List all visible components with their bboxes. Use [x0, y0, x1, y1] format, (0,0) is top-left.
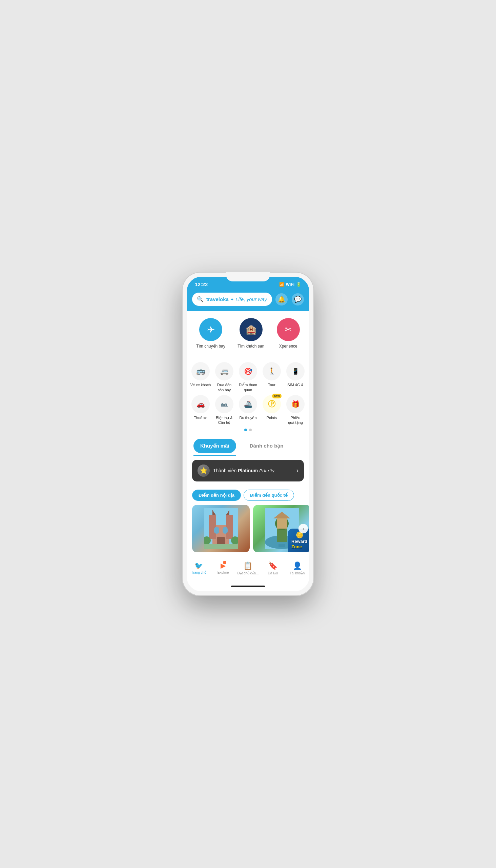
- category-hotel[interactable]: 🏨 Tìm khách sạn: [237, 318, 264, 348]
- car-icon: 🚗: [197, 400, 205, 408]
- bookings-label: Đặt chỗ của...: [237, 571, 259, 575]
- brand-name: traveloka: [206, 296, 229, 302]
- phone-screen: 12:22 📶 WiFi 🔋 🔍 traveloka ✦ Life, your …: [187, 277, 309, 591]
- svg-rect-18: [279, 544, 285, 547]
- notification-button[interactable]: 🔔: [276, 293, 288, 305]
- svg-rect-3: [226, 515, 233, 539]
- nav-bookings[interactable]: 📋 Đặt chỗ của...: [237, 562, 259, 575]
- status-time: 12:22: [195, 281, 208, 287]
- for-you-tab-button[interactable]: Dành cho bạn: [243, 439, 290, 453]
- category-sim[interactable]: 📱 SIM 4G &: [284, 362, 307, 392]
- bus-label: Vé xe khách: [190, 383, 211, 387]
- nav-account[interactable]: 👤 Tài khoản: [287, 562, 307, 575]
- gift-label: Phiếuquà tặng: [288, 415, 303, 425]
- svg-rect-7: [222, 527, 228, 534]
- header-icons: 🔔 💬: [276, 293, 304, 305]
- villa-icon: 🏘: [221, 401, 228, 408]
- battery-icon: 🔋: [296, 282, 301, 287]
- reward-zone-overlay[interactable]: 🪙 Reward Zone: [288, 528, 309, 552]
- category-attraction[interactable]: 🎯 Điểm thamquan: [237, 362, 259, 392]
- bottom-navigation: 🐦 Trang chủ ▶ Explore 📋 Đặt chỗ của... 🔖…: [187, 558, 309, 582]
- gift-icon-circle: 🎁: [286, 395, 305, 413]
- member-left: ⭐ Thành viên Platinum Priority: [198, 465, 275, 477]
- tab-for-you[interactable]: Dành cho bạn: [239, 439, 294, 456]
- category-airport-transfer[interactable]: 🚐 Đưa đónsân bay: [213, 362, 235, 392]
- category-xperience[interactable]: ✂ Xperience: [277, 318, 300, 348]
- promotions-tab-button[interactable]: Khuyến mãi: [193, 439, 236, 453]
- saigon-image: [192, 505, 250, 552]
- category-villa[interactable]: 🏘 Biệt thự &Căn hộ: [213, 395, 235, 425]
- category-gift[interactable]: 🎁 Phiếuquà tặng: [284, 395, 307, 425]
- hotel-icon: 🏨: [246, 325, 257, 335]
- category-tour[interactable]: 🚶 Tour: [261, 362, 283, 392]
- attraction-icon-circle: 🎯: [239, 362, 257, 380]
- dot-2: [249, 429, 252, 431]
- tab-promotions[interactable]: Khuyến mãi: [190, 439, 239, 456]
- destination-saigon[interactable]: [192, 505, 250, 552]
- category-flight[interactable]: ✈ Tìm chuyến bay: [196, 318, 225, 348]
- brand-tagline: Life, your way: [235, 296, 267, 302]
- membership-card[interactable]: ⭐ Thành viên Platinum Priority ›: [192, 460, 304, 481]
- member-text: Thành viên Platinum Priority: [213, 468, 275, 473]
- member-tier-icon: ⭐: [198, 465, 210, 477]
- villa-label: Biệt thự &Căn hộ: [216, 415, 232, 425]
- new-badge: new: [272, 394, 281, 399]
- secondary-categories: 🚌 Vé xe khách 🚐 Đưa đónsân bay 🎯 Điểm th…: [187, 357, 309, 438]
- status-icons: 📶 WiFi 🔋: [279, 282, 301, 287]
- tour-icon: 🚶: [268, 367, 276, 375]
- tour-label: Tour: [268, 383, 275, 387]
- explore-notification-dot: [223, 561, 226, 564]
- xperience-label: Xperience: [279, 344, 297, 348]
- search-bar[interactable]: 🔍 traveloka ✦ Life, your way: [192, 293, 272, 306]
- scroll-right-button[interactable]: ›: [298, 524, 308, 533]
- member-tier: Platinum Priority: [238, 468, 275, 473]
- attraction-icon: 🎯: [244, 367, 252, 375]
- dot-1: [244, 429, 247, 431]
- home-icon: 🐦: [195, 562, 203, 570]
- filter-domestic[interactable]: Điểm đến nội địa: [192, 490, 241, 501]
- xperience-icon-circle: ✂: [277, 318, 300, 341]
- explore-badge-wrapper: ▶: [220, 562, 226, 570]
- brand-star: ✦: [230, 297, 234, 302]
- flight-label: Tìm chuyến bay: [196, 344, 225, 348]
- secondary-cat-grid: 🚌 Vé xe khách 🚐 Đưa đónsân bay 🎯 Điểm th…: [189, 362, 307, 425]
- filter-pills: Điểm đến nội địa Điểm đến quốc tế: [187, 485, 309, 505]
- home-indicator: [231, 586, 265, 587]
- points-icon: Ⓟ: [268, 399, 276, 409]
- svg-rect-6: [214, 527, 219, 534]
- saved-label: Đã lưu: [268, 571, 278, 575]
- cruise-icon-circle: 🚢: [239, 395, 257, 413]
- svg-rect-16: [277, 519, 287, 528]
- category-car[interactable]: 🚗 Thuê xe: [189, 395, 212, 425]
- signal-icon: 📶: [279, 282, 284, 287]
- tabs-container: Khuyến mãi Dành cho bạn: [187, 439, 309, 456]
- filter-international[interactable]: Điểm đến quốc tế: [244, 490, 294, 501]
- nav-saved[interactable]: 🔖 Đã lưu: [263, 562, 283, 575]
- home-bar: [187, 582, 309, 591]
- category-points[interactable]: new Ⓟ Points: [261, 395, 283, 425]
- gift-icon: 🎁: [291, 400, 300, 408]
- nav-explore[interactable]: ▶ Explore: [213, 562, 233, 575]
- bus-icon-circle: 🚌: [191, 362, 210, 380]
- church-svg: [204, 508, 238, 549]
- home-label: Trang chủ: [191, 571, 206, 574]
- account-icon: 👤: [293, 562, 302, 570]
- nav-home[interactable]: 🐦 Trang chủ: [189, 562, 209, 575]
- villa-icon-circle: 🏘: [215, 395, 233, 413]
- cruise-icon: 🚢: [244, 400, 252, 408]
- sim-icon-circle: 📱: [286, 362, 305, 380]
- account-label: Tài khoản: [290, 571, 305, 575]
- pagination-dots: [189, 425, 307, 436]
- sim-icon: 📱: [292, 368, 299, 375]
- destination-hanoi[interactable]: 🪙 Reward Zone ›: [253, 505, 309, 552]
- chat-button[interactable]: 💬: [292, 293, 304, 305]
- tab-inactive-underline: [243, 455, 290, 456]
- airport-icon-circle: 🚐: [215, 362, 233, 380]
- star-icon: ⭐: [200, 467, 207, 474]
- category-cruise[interactable]: 🚢 Du thuyền: [237, 395, 259, 425]
- bookings-icon: 📋: [243, 562, 252, 570]
- points-label: Points: [267, 415, 277, 420]
- car-label: Thuê xe: [194, 415, 207, 420]
- destination-images: 🪙 Reward Zone ›: [187, 505, 309, 558]
- category-bus[interactable]: 🚌 Vé xe khách: [189, 362, 212, 392]
